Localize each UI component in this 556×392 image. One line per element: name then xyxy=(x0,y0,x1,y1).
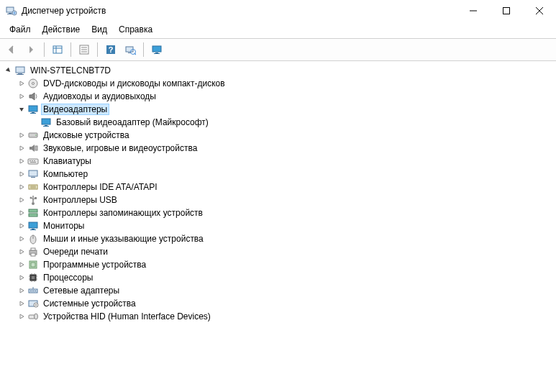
expander-icon[interactable] xyxy=(16,233,27,245)
device-manager-window: Диспетчер устройств Файл Действие Вид Сп… xyxy=(0,0,556,392)
expander-icon[interactable] xyxy=(16,78,27,89)
expander-icon[interactable] xyxy=(16,220,27,232)
toolbar-show-hidden-button[interactable] xyxy=(49,41,66,58)
tree-item[interactable]: Очереди печати xyxy=(1,245,555,258)
toolbar-properties-button[interactable] xyxy=(76,41,93,58)
tree-root-row[interactable]: WIN-S7TELCNBT7D xyxy=(1,64,555,77)
tree-item[interactable]: Звуковые, игровые и видеоустройства xyxy=(1,142,555,155)
tree-item[interactable]: DVD-дисководы и дисководы компакт-дисков xyxy=(1,77,555,90)
expander-icon[interactable] xyxy=(16,155,27,167)
expander-icon[interactable] xyxy=(16,129,27,141)
tree-item[interactable]: Системные устройства xyxy=(1,297,555,310)
toolbar-scan-button[interactable] xyxy=(122,41,139,58)
svg-rect-63 xyxy=(31,253,35,256)
toolbar-help-button[interactable]: ? xyxy=(102,41,119,58)
expander-icon[interactable] xyxy=(16,168,27,180)
system-icon xyxy=(27,298,39,309)
tree-item[interactable]: Клавиатуры xyxy=(1,155,555,168)
svg-rect-37 xyxy=(35,146,37,150)
svg-rect-40 xyxy=(32,160,33,161)
toolbar-back-button[interactable] xyxy=(3,41,20,58)
svg-rect-32 xyxy=(42,119,50,124)
tree-item-label: Сетевые адаптеры xyxy=(42,286,121,296)
toolbar-separator xyxy=(44,42,45,57)
svg-rect-38 xyxy=(28,159,38,164)
expander-icon[interactable] xyxy=(16,142,27,154)
expander-icon[interactable] xyxy=(3,65,14,76)
expander-icon[interactable] xyxy=(16,259,27,270)
menu-file[interactable]: Файл xyxy=(4,23,36,36)
tree-item[interactable]: Контроллеры IDE ATA/ATAPI xyxy=(1,181,555,193)
menu-view[interactable]: Вид xyxy=(86,23,112,36)
expander-icon[interactable] xyxy=(16,91,27,102)
svg-rect-45 xyxy=(29,185,37,189)
svg-rect-5 xyxy=(503,8,510,14)
tree-item-label: Процессоры xyxy=(42,273,95,283)
keyboard-icon xyxy=(27,155,39,167)
close-button[interactable] xyxy=(523,0,556,22)
minimize-button[interactable] xyxy=(457,0,490,22)
tree-item-label: Мыши и иные указывающие устройства xyxy=(42,234,205,244)
expander-icon[interactable] xyxy=(16,246,27,257)
toolbar-forward-button[interactable] xyxy=(22,41,40,58)
device-tree[interactable]: WIN-S7TELCNBT7D DVD-дисководы и дисковод… xyxy=(0,61,556,392)
svg-rect-34 xyxy=(43,126,49,127)
tree-item-label: Дисковые устройства xyxy=(42,130,131,140)
tree-item[interactable]: Дисковые устройства xyxy=(1,129,555,142)
tree-item[interactable]: Программные устройства xyxy=(1,258,555,271)
tree-item[interactable]: Аудиовходы и аудиовыходы xyxy=(1,90,555,103)
menu-action[interactable]: Действие xyxy=(37,23,86,36)
expander-icon[interactable] xyxy=(16,311,27,322)
toolbar-monitor-button[interactable] xyxy=(148,41,165,58)
svg-rect-57 xyxy=(32,229,35,229)
svg-rect-30 xyxy=(32,112,35,113)
tree-item[interactable]: Контроллеры USB xyxy=(1,193,555,206)
expander-icon[interactable] xyxy=(16,194,27,206)
menu-help[interactable]: Справка xyxy=(114,23,158,36)
computer-icon xyxy=(27,168,39,180)
tree-item[interactable]: Мыши и иные указывающие устройства xyxy=(1,232,555,245)
menu-bar: Файл Действие Вид Справка xyxy=(0,22,556,38)
svg-rect-78 xyxy=(32,291,34,291)
tree-item-label: Клавиатуры xyxy=(42,156,93,166)
hdd-icon xyxy=(27,129,39,141)
svg-rect-62 xyxy=(31,248,35,250)
expander-icon[interactable] xyxy=(16,207,27,219)
tree-item-label: Аудиовходы и аудиовыходы xyxy=(42,91,158,101)
tree-item[interactable]: Видеоадаптеры xyxy=(1,103,555,116)
tree-item[interactable]: Компьютер xyxy=(1,168,555,181)
expander-icon[interactable] xyxy=(16,298,27,309)
tree-child-label: Базовый видеоадаптер (Майкрософт) xyxy=(55,117,210,127)
app-icon xyxy=(6,5,17,17)
tree-item-label: Звуковые, игровые и видеоустройства xyxy=(42,143,199,153)
tree-item[interactable]: Процессоры xyxy=(1,271,555,284)
expander-icon[interactable] xyxy=(16,181,27,193)
svg-rect-77 xyxy=(30,291,32,291)
expander-icon[interactable] xyxy=(16,272,27,283)
tree-item-label: Устройства HID (Human Interface Devices) xyxy=(42,311,212,322)
expander-icon[interactable] xyxy=(16,104,27,115)
svg-rect-26 xyxy=(17,74,24,75)
tree-item[interactable]: Устройства HID (Human Interface Devices) xyxy=(1,310,555,323)
svg-rect-24 xyxy=(16,67,24,73)
tree-item-label: Мониторы xyxy=(42,221,86,231)
tree-item[interactable]: Сетевые адаптеры xyxy=(1,284,555,297)
tree-item-label: Компьютер xyxy=(42,169,89,179)
svg-rect-42 xyxy=(30,162,36,163)
tree-root-label: WIN-S7TELCNBT7D xyxy=(29,65,112,76)
tree-root: WIN-S7TELCNBT7D DVD-дисководы и дисковод… xyxy=(1,64,555,323)
svg-rect-58 xyxy=(30,229,36,230)
svg-rect-29 xyxy=(29,106,37,111)
tree-item[interactable]: Контроллеры запоминающих устройств xyxy=(1,206,555,219)
svg-rect-1 xyxy=(9,13,12,14)
tree-item-label: Видеоадаптеры xyxy=(42,104,109,114)
tree-child-item[interactable]: Базовый видеоадаптер (Майкрософт) xyxy=(1,116,555,129)
hid-icon xyxy=(27,311,39,322)
expander-icon[interactable] xyxy=(16,285,27,296)
toolbar: ? xyxy=(0,38,556,61)
tree-item[interactable]: Мониторы xyxy=(1,219,555,232)
maximize-button[interactable] xyxy=(490,0,523,22)
svg-rect-84 xyxy=(29,315,35,319)
svg-rect-56 xyxy=(29,222,37,228)
svg-rect-43 xyxy=(29,170,37,176)
